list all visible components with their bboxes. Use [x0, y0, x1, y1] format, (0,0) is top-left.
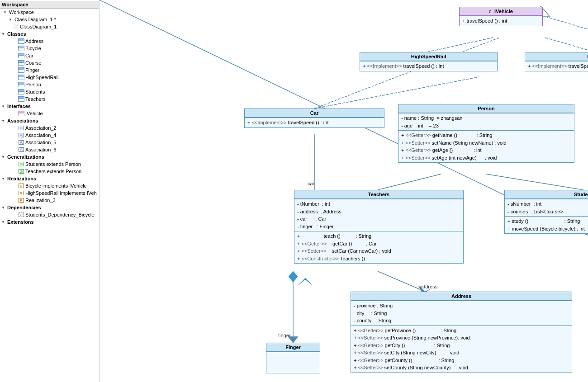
sidebar-item-diagramfile[interactable]: 📄 ClassDiagram_1: [0, 23, 99, 30]
ivehicle-stereotype: o-: [489, 9, 493, 14]
interfaces-section-label: Interfaces: [7, 104, 31, 109]
diagram-file-label: ClassDiagram_1: [20, 24, 57, 29]
sidebar-generalizations-section[interactable]: Generalizations: [0, 153, 99, 160]
label-address: address: [420, 284, 437, 289]
teachers-field-1: - tNumber : int: [297, 200, 460, 208]
sidebar-gen-list: GStudents extends PersonGTeachers extend…: [0, 160, 99, 175]
dependencies-section-label: Dependencies: [7, 205, 41, 210]
workspace-label: Workspace: [9, 9, 34, 15]
sidebar-classes-list: AddressBicycleCarCourseFingerHighSpeedRa…: [0, 38, 99, 103]
person-method-3: + <<Getter>> getAge () : int: [401, 146, 571, 154]
teachers-method-1: + teach () : String: [297, 232, 460, 240]
sidebar-item-diagram[interactable]: Class Diagram_1 *: [0, 16, 99, 23]
address-field-2: - city : String: [354, 310, 569, 317]
car-method-1: + <<Implement>> travelSpeed () : int: [247, 119, 381, 127]
car-header: Car: [245, 109, 384, 118]
class-person[interactable]: Person - name : String = zhangsan - age …: [398, 104, 574, 163]
sidebar-item-real-highspeedrail_implements_iveh[interactable]: RHighSpeedRail implements IVeh: [0, 189, 99, 197]
sidebar-item-class-finger[interactable]: Finger: [0, 66, 99, 74]
svg-line-5: [378, 174, 441, 190]
dep-folder-icon: [0, 204, 6, 211]
sidebar-item-class-address[interactable]: Address: [0, 38, 99, 45]
label-car: car: [308, 181, 314, 186]
class-car[interactable]: Car + <<Implement>> travelSpeed () : int: [244, 108, 384, 128]
sidebar-assoc-list: AAssociation_2AAssociation_4AAssociation…: [0, 124, 99, 153]
address-header: Address: [351, 292, 572, 301]
person-field-1: - name : String = zhangsan: [401, 114, 571, 122]
class-highspeedrail[interactable]: HighSpeedRail + <<Implement>> travelSpee…: [360, 52, 498, 71]
person-field-2: - age : int = 23: [401, 122, 571, 130]
ivehicle-method-1: + travelSpeed () : int: [462, 17, 540, 25]
svg-line-1: [545, 38, 588, 52]
sidebar-item-gen-teachers_extends_person[interactable]: GTeachers extends Person: [0, 168, 99, 175]
person-fields: - name : String = zhangsan - age : int =…: [398, 113, 574, 130]
class-finger[interactable]: Finger: [266, 343, 320, 373]
bicycle-method-1: + <<Implement>> travelSpeed () : int: [528, 62, 588, 70]
address-field-3: - county : String: [354, 317, 569, 325]
person-methods: + <<Getter>> getName () : String + <<Set…: [398, 130, 574, 162]
teachers-methods: + teach () : String + <<Getter>> getCar …: [294, 231, 463, 263]
svg-line-7: [486, 174, 583, 190]
students-methods: + study () : String + moveSpeed (Bicycle…: [505, 216, 588, 233]
sidebar-item-iface-ivehicle[interactable]: IVehicle: [0, 110, 99, 117]
sidebar-item-class-bicycle[interactable]: Bicycle: [0, 45, 99, 52]
sidebar-item-assoc-association_4[interactable]: AAssociation_4: [0, 132, 99, 139]
students-header: Students: [505, 190, 588, 199]
real-folder-icon: [0, 175, 6, 182]
sidebar-item-real-realization_3[interactable]: RRealization_3: [0, 197, 99, 204]
person-method-2: + <<Setter>> setName (String newName) : …: [401, 139, 571, 147]
sidebar-item-class-person[interactable]: Person: [0, 81, 99, 88]
sidebar-item-assoc-association_6[interactable]: AAssociation_6: [0, 146, 99, 153]
gen-folder-icon: [0, 154, 6, 160]
highspeedrail-header: HighSpeedRail: [360, 52, 497, 61]
sidebar-item-real-bicycle_implements_ivehicle[interactable]: RBicycle implements IVehicle: [0, 182, 99, 189]
svg-line-3: [547, 17, 588, 52]
ivehicle-header: o- IVehicle: [460, 7, 542, 16]
svg-line-13: [378, 271, 425, 292]
generalizations-section-label: Generalizations: [7, 154, 44, 160]
sidebar-item-class-car[interactable]: Car: [0, 52, 99, 59]
sidebar-extensions-section[interactable]: Extensions: [0, 218, 99, 226]
extensions-section-label: Extensions: [7, 219, 34, 225]
sidebar-realizations-section[interactable]: Realizations: [0, 175, 99, 182]
sidebar-dep-list: DStudents_Dependency_Bicycle: [0, 211, 99, 218]
class-bicycle[interactable]: Bicycle + <<Implement>> travelSpeed () :…: [525, 52, 588, 71]
sidebar-item-assoc-association_5[interactable]: AAssociation_5: [0, 139, 99, 146]
class-students[interactable]: Students - sNumber : int - courses : Lis…: [504, 190, 588, 234]
class-address[interactable]: Address - province : String - city : Str…: [351, 292, 572, 373]
sidebar-associations-section[interactable]: Associations: [0, 117, 99, 124]
students-method-1: + study () : String: [507, 217, 588, 225]
main-diagram-area[interactable]: o- IVehicle + travelSpeed () : int HighS…: [100, 0, 588, 382]
realizations-section-label: Realizations: [7, 176, 36, 181]
finger-header: Finger: [266, 343, 320, 352]
students-field-1: - sNumber : int: [507, 200, 588, 208]
class-ivehicle[interactable]: o- IVehicle + travelSpeed () : int: [459, 7, 543, 26]
sidebar-item-gen-students_extends_person[interactable]: GStudents extends Person: [0, 160, 99, 168]
sidebar-classes-section[interactable]: Classes: [0, 30, 99, 38]
sidebar-item-class-students[interactable]: Students: [0, 88, 99, 95]
teachers-field-3: - car : Car: [297, 215, 460, 223]
sidebar-dependencies-section[interactable]: Dependencies: [0, 204, 99, 211]
sidebar-item-dep-students_dependency_bicycle[interactable]: DStudents_Dependency_Bicycle: [0, 211, 99, 218]
sidebar-item-class-course[interactable]: Course: [0, 59, 99, 66]
sidebar-item-class-teachers[interactable]: Teachers: [0, 95, 99, 103]
sidebar-interfaces-section[interactable]: Interfaces: [0, 103, 99, 110]
address-method-5: + <<Getter>> getCounty () : String: [354, 357, 569, 364]
address-method-2: + <<Setter>> setProvince (String newProv…: [354, 334, 569, 342]
teachers-method-4: + <<Constructor>> Teachers (): [297, 255, 460, 263]
address-method-4: + <<Setter>> setCity (String newCity) : …: [354, 349, 569, 357]
sidebar-interfaces-list: IVehicle: [0, 110, 99, 117]
students-field-2: - courses : List<Course>: [507, 208, 588, 216]
address-fields: - province : String - city : String - co…: [351, 301, 572, 325]
students-fields: - sNumber : int - courses : List<Course>: [505, 199, 588, 216]
car-methods: + <<Implement>> travelSpeed () : int: [245, 118, 384, 127]
highspeedrail-methods: + <<Implement>> travelSpeed () : int: [360, 61, 497, 71]
svg-marker-16: [289, 271, 298, 282]
sidebar-item-class-highspeedrail[interactable]: HighSpeedRail: [0, 74, 99, 81]
ivehicle-methods: + travelSpeed () : int: [460, 16, 542, 26]
sidebar-item-assoc-association_2[interactable]: AAssociation_2: [0, 124, 99, 132]
bicycle-header: Bicycle: [525, 52, 588, 61]
teachers-method-2: + <<Getter>> getCar () : Car: [297, 240, 460, 248]
sidebar-item-workspace[interactable]: Workspace: [0, 9, 99, 16]
class-teachers[interactable]: Teachers - tNumber : int - address : Add…: [294, 190, 464, 264]
